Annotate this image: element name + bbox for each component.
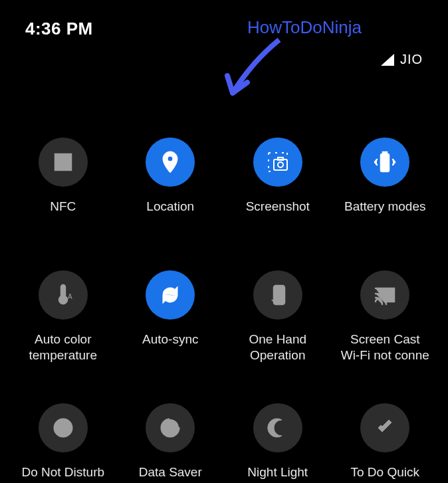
tile-screen-cast[interactable]: Screen CastWi-Fi not conne — [332, 270, 439, 363]
tile-label: Auto colortemperature — [29, 332, 97, 363]
svg-rect-1 — [59, 158, 67, 166]
tile-label: One HandOperation — [249, 332, 306, 363]
tile-label: Do Not Disturb — [21, 464, 104, 483]
tile-label: To Do QuickAdd — [351, 464, 419, 483]
carrier-row: JIO — [380, 52, 423, 67]
svg-text:A: A — [68, 293, 72, 300]
nfc-icon — [39, 138, 88, 187]
check-icon — [360, 403, 409, 452]
svg-rect-7 — [383, 152, 387, 154]
tile-auto-color-temperature[interactable]: A Auto colortemperature — [9, 270, 117, 363]
tile-label: Battery modes — [344, 199, 426, 231]
tile-screenshot[interactable]: Screenshot — [224, 138, 332, 231]
tile-label: Screenshot — [246, 199, 310, 231]
one-hand-icon — [253, 270, 302, 320]
quick-settings-panel: 4:36 PM HowToDoNinja JIO NFC Location — [0, 0, 448, 483]
tile-location[interactable]: Location — [117, 138, 225, 231]
dnd-icon — [39, 403, 88, 452]
watermark-text: HowToDoNinja — [247, 17, 362, 38]
svg-point-14 — [168, 426, 172, 430]
cast-icon — [360, 270, 409, 320]
tile-data-saver[interactable]: Data Saver — [117, 403, 225, 483]
tile-do-not-disturb[interactable]: Do Not Disturb — [9, 403, 117, 483]
signal-icon — [380, 53, 395, 66]
tile-label: Auto-sync — [142, 332, 198, 363]
sync-icon — [146, 270, 195, 320]
carrier-label: JIO — [400, 52, 423, 67]
tile-night-light[interactable]: Night LightOn at sunset — [224, 403, 332, 483]
tile-label: Data Saver — [139, 464, 202, 483]
status-bar: 4:36 PM — [0, 0, 448, 45]
tile-one-hand[interactable]: One HandOperation — [224, 270, 332, 363]
tile-battery-modes[interactable]: Battery modes — [332, 138, 439, 231]
status-clock: 4:36 PM — [25, 19, 93, 39]
location-icon — [146, 138, 195, 187]
svg-point-4 — [278, 162, 283, 167]
svg-point-2 — [168, 156, 173, 161]
quick-settings-grid: NFC Location Screenshot Battery modes A … — [0, 45, 448, 483]
tile-label: Screen CastWi-Fi not conne — [341, 332, 429, 363]
thermometer-icon: A — [39, 270, 88, 320]
tile-todo-quick-add[interactable]: To Do QuickAdd — [332, 403, 439, 483]
svg-rect-10 — [274, 286, 284, 304]
tile-label: NFC — [50, 199, 76, 231]
svg-rect-3 — [274, 159, 287, 170]
moon-icon — [253, 403, 302, 452]
tile-nfc[interactable]: NFC — [9, 138, 117, 231]
tile-label: Night LightOn at sunset — [242, 464, 314, 483]
data-saver-icon — [146, 403, 195, 452]
screenshot-icon — [253, 138, 302, 187]
svg-rect-6 — [381, 154, 389, 171]
svg-point-8 — [61, 298, 65, 302]
tile-label: Location — [146, 199, 194, 231]
battery-icon — [360, 138, 409, 187]
tile-auto-sync[interactable]: Auto-sync — [117, 270, 225, 363]
